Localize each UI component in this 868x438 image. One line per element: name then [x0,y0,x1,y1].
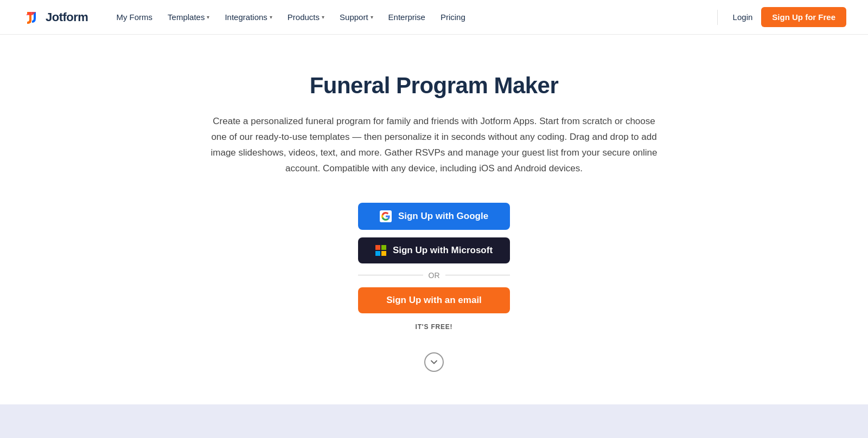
navbar: Jotform My Forms Templates ▾ Integration… [0,0,868,35]
nav-pricing[interactable]: Pricing [434,8,472,26]
login-link[interactable]: Login [724,8,762,26]
or-line-left [358,275,423,275]
nav-templates[interactable]: Templates ▾ [161,8,216,26]
products-chevron-icon: ▾ [322,14,324,20]
signup-google-button[interactable]: Sign Up with Google [358,203,510,230]
support-chevron-icon: ▾ [371,14,373,20]
nav-links: My Forms Templates ▾ Integrations ▾ Prod… [110,8,710,26]
nav-products[interactable]: Products ▾ [281,8,331,26]
nav-integrations[interactable]: Integrations ▾ [218,8,278,26]
google-icon [380,210,392,222]
or-line-right [445,275,510,275]
nav-support[interactable]: Support ▾ [333,8,380,26]
its-free-label: IT'S FREE! [416,323,453,331]
logo-text: Jotform [46,10,88,24]
nav-enterprise[interactable]: Enterprise [382,8,432,26]
logo-link[interactable]: Jotform [22,8,88,27]
jotform-logo-icon [22,8,41,27]
or-divider: OR [358,271,510,280]
integrations-chevron-icon: ▾ [270,14,272,20]
templates-chevron-icon: ▾ [207,14,209,20]
nav-signup-button[interactable]: Sign Up for Free [761,7,846,27]
nav-divider [717,10,718,25]
hero-title: Funeral Program Maker [310,73,559,99]
hero-description: Create a personalized funeral program fo… [206,114,662,177]
microsoft-icon [375,245,386,256]
signup-email-button[interactable]: Sign Up with an email [358,287,510,313]
templates-section: TEMPLATES Ready-Made Funeral Program Tem… [0,404,868,438]
hero-section: Funeral Program Maker Create a personali… [0,35,868,404]
signup-button-group: Sign Up with Google Sign Up with Microso… [358,203,510,331]
signup-microsoft-button[interactable]: Sign Up with Microsoft [358,237,510,263]
scroll-down-button[interactable] [424,352,444,372]
nav-my-forms[interactable]: My Forms [110,8,159,26]
